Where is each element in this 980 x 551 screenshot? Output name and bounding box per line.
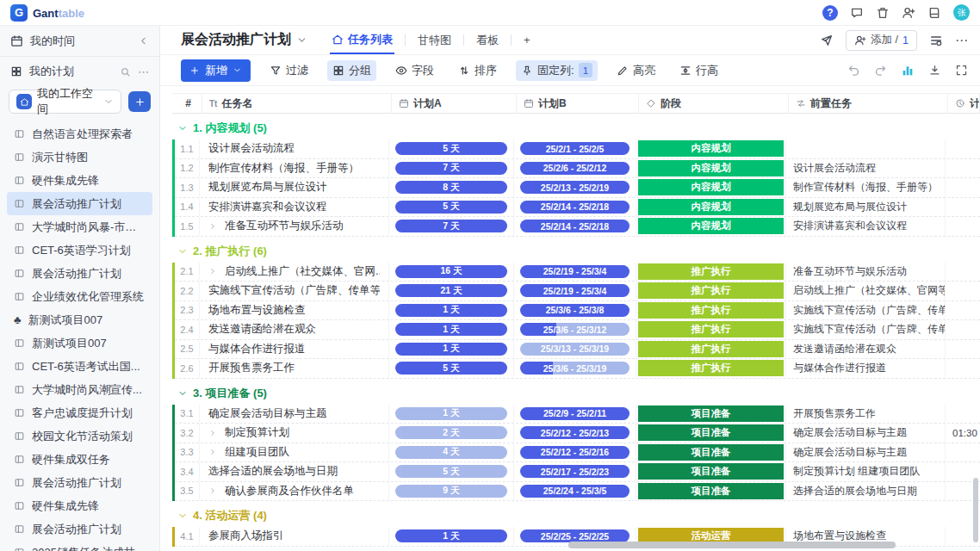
- help-icon[interactable]: ?: [822, 5, 838, 21]
- task-row[interactable]: 1.4安排演讲嘉宾和会议议程5 天25/2/14 - 25/2/18内容规划规划…: [175, 198, 980, 218]
- stage-badge[interactable]: 项目准备: [638, 424, 784, 441]
- cell-task-name[interactable]: 参展商入场指引: [200, 527, 389, 546]
- sidebar-project-item[interactable]: 新测试项目007: [7, 331, 152, 355]
- docs-icon[interactable]: [927, 6, 941, 20]
- chart-icon[interactable]: [901, 64, 915, 77]
- task-row[interactable]: 2.6开展预售票务工作5 天25/3/6 - 25/3/19推广执行与媒体合作进…: [175, 359, 980, 379]
- sidebar-project-item[interactable]: 大学城时尚风暴-市场...: [7, 215, 152, 238]
- sidebar-project-item[interactable]: 演示甘特图: [7, 145, 152, 169]
- view-config-icon[interactable]: [929, 34, 943, 47]
- sidebar-project-item[interactable]: 企业绩效优化管理系统: [7, 285, 152, 308]
- more-icon[interactable]: ⋯: [955, 33, 968, 48]
- col-predecessor[interactable]: 前置任务: [789, 94, 948, 113]
- stage-badge[interactable]: 项目准备: [638, 463, 784, 480]
- task-row[interactable]: 1.1设计展会活动流程5 天25/2/1 - 25/2/5内容规划: [175, 139, 980, 159]
- plan-b-date-bar[interactable]: 25/2/6 - 25/2/12: [520, 162, 630, 175]
- plan-b-date-bar[interactable]: 25/3/6 - 25/3/8: [520, 304, 630, 317]
- trash-icon[interactable]: [876, 6, 890, 20]
- plan-b-date-bar[interactable]: 25/2/25 - 25/2/25: [520, 529, 630, 542]
- workspace-selector[interactable]: 我的工作空间: [9, 90, 121, 114]
- cell-task-name[interactable]: 制作宣传材料（海报、手册等）: [200, 159, 389, 178]
- group-header[interactable]: 3. 项目准备 (5): [172, 382, 980, 405]
- sidebar-project-item[interactable]: CET-6英语学习计划: [7, 238, 152, 262]
- cell-task-name[interactable]: 启动线上推广（社交媒体、官网...: [200, 263, 389, 282]
- sidebar-project-item[interactable]: 校园文化节活动策划: [7, 424, 152, 448]
- plan-a-duration-bar[interactable]: 5 天: [395, 142, 507, 155]
- sidebar-project-item[interactable]: 展会活动推广计划: [7, 262, 152, 285]
- plan-a-duration-bar[interactable]: 7 天: [395, 220, 507, 232]
- plan-a-duration-bar[interactable]: 1 天: [395, 529, 507, 542]
- more-icon[interactable]: ⋯: [138, 65, 149, 78]
- stage-badge[interactable]: 项目准备: [638, 444, 784, 461]
- download-icon[interactable]: [928, 64, 941, 77]
- stage-badge[interactable]: 项目准备: [638, 483, 784, 499]
- sidebar-project-item[interactable]: ♣新测试项目007: [7, 308, 152, 331]
- plan-a-duration-bar[interactable]: 16 天: [395, 265, 507, 278]
- sort-button[interactable]: 排序: [453, 60, 502, 81]
- row-height-button[interactable]: 行高: [674, 60, 723, 81]
- task-row[interactable]: 1.3规划展览布局与展位设计8 天25/2/13 - 25/2/19内容规划制作…: [175, 178, 980, 198]
- group-header[interactable]: 1. 内容规划 (5): [172, 117, 980, 139]
- add-view-button[interactable]: +: [522, 26, 532, 54]
- sidebar-project-item[interactable]: 展会活动推广计划: [7, 192, 152, 215]
- sidebar-item-my-plans[interactable]: 我的计划 ⋯: [0, 57, 159, 86]
- plan-b-date-bar[interactable]: 25/2/17 - 25/2/23: [520, 465, 630, 478]
- plan-b-date-bar[interactable]: 25/2/13 - 25/2/19: [520, 181, 630, 194]
- plan-b-date-bar[interactable]: 25/3/6 - 25/3/12: [520, 323, 630, 336]
- task-row[interactable]: 2.1启动线上推广（社交媒体、官网...16 天25/2/19 - 25/3/4…: [175, 263, 980, 282]
- highlight-button[interactable]: 高亮: [611, 60, 661, 81]
- filter-button[interactable]: 过滤: [264, 60, 313, 81]
- vertical-scrollbar[interactable]: [973, 478, 978, 542]
- stage-badge[interactable]: 内容规划: [638, 179, 784, 195]
- add-member-button[interactable]: 添加 / 1: [846, 30, 917, 51]
- cell-task-name[interactable]: 与媒体合作进行报道: [200, 340, 389, 359]
- horizontal-scrollbar[interactable]: [568, 542, 896, 548]
- add-workspace-button[interactable]: [128, 91, 151, 112]
- plan-b-date-bar[interactable]: 25/2/1 - 25/2/5: [520, 142, 630, 155]
- fullscreen-icon[interactable]: [955, 64, 968, 77]
- expand-icon[interactable]: [208, 222, 217, 231]
- expand-icon[interactable]: [208, 429, 217, 437]
- plan-b-date-bar[interactable]: 25/2/14 - 25/2/18: [520, 201, 630, 214]
- sidebar-project-item[interactable]: 2025销售任务达成甘...: [7, 541, 152, 551]
- plan-a-duration-bar[interactable]: 5 天: [395, 201, 507, 214]
- cell-task-name[interactable]: 准备互动环节与娱乐活动: [200, 217, 389, 236]
- stage-badge[interactable]: 推广执行: [638, 263, 784, 280]
- col-task-name[interactable]: Tt 任务名: [202, 94, 392, 113]
- task-row[interactable]: 1.5准备互动环节与娱乐活动7 天25/2/14 - 25/2/18内容规划安排…: [175, 217, 980, 237]
- tab-board[interactable]: 看板: [474, 26, 500, 54]
- redo-icon[interactable]: [874, 64, 887, 77]
- sidebar-project-item[interactable]: 展会活动推广计划: [7, 517, 152, 541]
- plan-a-duration-bar[interactable]: 1 天: [395, 323, 507, 336]
- task-row[interactable]: 3.5确认参展商及合作伙伴名单9 天25/2/24 - 25/3/5项目准备选择…: [175, 482, 980, 502]
- stage-badge[interactable]: 推广执行: [638, 282, 784, 299]
- plan-a-duration-bar[interactable]: 1 天: [395, 407, 507, 420]
- sidebar-project-item[interactable]: CET-6英语考试出国...: [7, 355, 152, 378]
- fields-button[interactable]: 字段: [390, 60, 439, 81]
- stage-badge[interactable]: 推广执行: [638, 341, 784, 357]
- task-row[interactable]: 2.2实施线下宣传活动（广告牌、传单等）21 天25/2/19 - 25/3/4…: [175, 282, 980, 301]
- task-row[interactable]: 2.4发送邀请函给潜在观众1 天25/3/6 - 25/3/12推广执行实施线下…: [175, 320, 980, 340]
- tab-task-list[interactable]: 任务列表: [330, 26, 394, 54]
- sidebar-project-item[interactable]: 大学城时尚风潮宣传...: [7, 378, 152, 401]
- plan-a-duration-bar[interactable]: 4 天: [395, 446, 507, 459]
- plan-b-date-bar[interactable]: 25/2/9 - 25/2/11: [520, 407, 630, 420]
- expand-icon[interactable]: [208, 267, 217, 276]
- task-row[interactable]: 2.3场地布置与设施检查1 天25/3/6 - 25/3/8推广执行实施线下宣传…: [175, 301, 980, 321]
- expand-icon[interactable]: [208, 486, 217, 495]
- group-header[interactable]: 2. 推广执行 (6): [172, 240, 980, 263]
- task-row[interactable]: 1.2制作宣传材料（海报、手册等）7 天25/2/6 - 25/2/12内容规划…: [175, 159, 980, 179]
- plan-b-date-bar[interactable]: 25/2/12 - 25/2/16: [520, 446, 630, 459]
- invite-user-icon[interactable]: [902, 6, 915, 20]
- cell-task-name[interactable]: 安排演讲嘉宾和会议议程: [200, 198, 389, 217]
- plan-a-duration-bar[interactable]: 7 天: [395, 162, 507, 175]
- col-plan-a[interactable]: 计划A: [392, 94, 517, 113]
- stage-badge[interactable]: 内容规划: [638, 140, 784, 157]
- task-row[interactable]: 3.2制定预算计划2 天25/2/12 - 25/2/13项目准备确定展会活动目…: [175, 424, 980, 443]
- plan-a-duration-bar[interactable]: 5 天: [395, 362, 507, 375]
- plan-a-duration-bar[interactable]: 5 天: [395, 465, 507, 478]
- user-avatar[interactable]: 张: [953, 4, 970, 21]
- sidebar-project-item[interactable]: 硬件集成先锋: [7, 494, 152, 517]
- plan-b-date-bar[interactable]: 25/2/12 - 25/2/13: [520, 426, 630, 439]
- plan-b-date-bar[interactable]: 25/3/13 - 25/3/19: [520, 343, 630, 356]
